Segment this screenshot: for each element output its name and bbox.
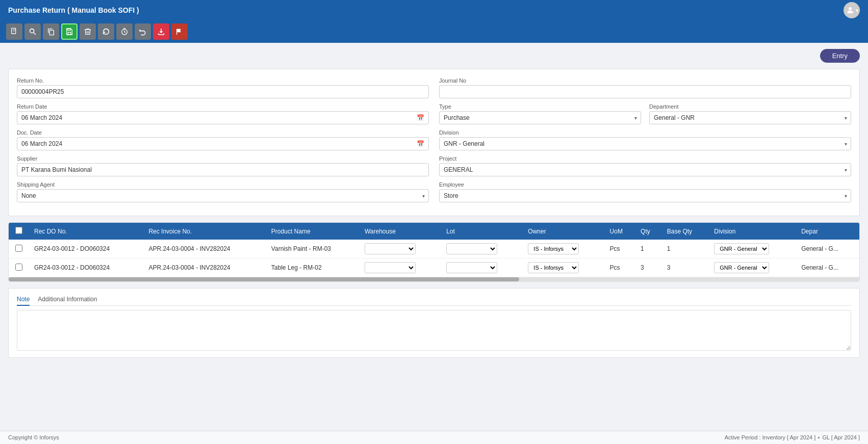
- doc-date-field[interactable]: 06 March 2024 📅: [17, 137, 429, 150]
- undo-button[interactable]: [135, 23, 151, 40]
- form-card: Return No. Return Date 06 March 2024 📅 D…: [8, 69, 860, 216]
- row1-base-qty: 1: [662, 240, 709, 258]
- row2-owner-select[interactable]: IS - Inforsys: [528, 262, 579, 273]
- row1-division[interactable]: GNR - General: [709, 240, 796, 258]
- employee-wrapper: Store: [439, 189, 851, 202]
- doc-date-value: 06 March 2024: [21, 140, 62, 147]
- row1-warehouse[interactable]: [360, 240, 441, 258]
- type-select[interactable]: Purchase: [439, 111, 641, 124]
- row1-product: Varnish Paint - RM-03: [266, 240, 360, 258]
- employee-group: Employee Store: [439, 181, 851, 202]
- export-button[interactable]: [153, 23, 169, 40]
- row2-checkbox-cell[interactable]: [9, 258, 29, 277]
- project-select[interactable]: GENERAL: [439, 163, 851, 176]
- form-left: Return No. Return Date 06 March 2024 📅 D…: [17, 77, 429, 207]
- project-label: Project: [439, 155, 851, 162]
- table-section: Rec DO No. Rec Invoice No. Product Name …: [8, 222, 860, 282]
- row1-lot-select[interactable]: [446, 243, 497, 254]
- doc-calendar-icon[interactable]: 📅: [417, 140, 424, 147]
- return-no-label: Return No.: [17, 77, 429, 84]
- main-content: Entry Return No. Return Date 06 March 20…: [0, 43, 868, 364]
- row1-qty: 1: [635, 240, 662, 258]
- division-wrapper: GNR - General: [439, 137, 851, 150]
- row2-warehouse[interactable]: [360, 258, 441, 277]
- row2-lot-select[interactable]: [446, 262, 497, 273]
- shipping-agent-select[interactable]: None: [17, 189, 429, 202]
- calendar-icon[interactable]: 📅: [417, 114, 424, 121]
- type-group: Type Purchase: [439, 103, 641, 124]
- row1-lot[interactable]: [441, 240, 523, 258]
- supplier-input[interactable]: [17, 163, 429, 176]
- row1-checkbox-cell[interactable]: [9, 240, 29, 258]
- journal-no-group: Journal No: [439, 77, 851, 98]
- notes-section: Note Additional Information: [8, 288, 860, 358]
- tab-note[interactable]: Note: [17, 294, 30, 306]
- department-wrapper: General - GNR: [649, 111, 851, 124]
- toolbar: [0, 20, 868, 43]
- save-button[interactable]: [61, 23, 78, 40]
- notes-textarea[interactable]: [17, 310, 851, 351]
- supplier-group: Supplier: [17, 155, 429, 176]
- svg-point-0: [849, 7, 852, 10]
- scrollbar-thumb[interactable]: [9, 277, 519, 281]
- row1-rec-do: GR24-03-0012 - DO060324: [29, 240, 143, 258]
- row2-division[interactable]: GNR - General: [709, 258, 796, 277]
- row2-lot[interactable]: [441, 258, 523, 277]
- division-label: Division: [439, 129, 851, 136]
- user-avatar[interactable]: ▾: [844, 2, 860, 18]
- row2-checkbox[interactable]: [15, 264, 22, 271]
- col-product: Product Name: [266, 223, 360, 240]
- horizontal-scrollbar[interactable]: [9, 277, 859, 281]
- row2-division-select[interactable]: GNR - General: [714, 262, 769, 273]
- row1-owner-select[interactable]: IS - Inforsys: [528, 243, 579, 254]
- department-group: Department General - GNR: [649, 103, 851, 124]
- entry-button-row: Entry: [8, 49, 860, 63]
- search-button[interactable]: [24, 23, 41, 40]
- row2-base-qty: 3: [662, 258, 709, 277]
- table-wrapper: Rec DO No. Rec Invoice No. Product Name …: [9, 223, 859, 277]
- svg-rect-5: [68, 32, 70, 35]
- project-wrapper: GENERAL: [439, 163, 851, 176]
- shipping-agent-group: Shipping Agent None: [17, 181, 429, 202]
- tab-additional-info[interactable]: Additional Information: [38, 294, 97, 305]
- row1-division-select[interactable]: GNR - General: [714, 243, 769, 254]
- form-right: Journal No Type Purchase Department: [439, 77, 851, 207]
- journal-no-input[interactable]: [439, 85, 851, 98]
- division-select[interactable]: GNR - General: [439, 137, 851, 150]
- return-date-field[interactable]: 06 March 2024 📅: [17, 111, 429, 124]
- col-rec-invoice: Rec Invoice No.: [143, 223, 266, 240]
- return-no-input[interactable]: [17, 85, 429, 98]
- entry-button[interactable]: Entry: [820, 49, 860, 63]
- department-label: Department: [649, 103, 851, 110]
- delete-button[interactable]: [80, 23, 96, 40]
- svg-point-2: [30, 29, 34, 33]
- row2-qty: 3: [635, 258, 662, 277]
- row2-rec-do: GR24-03-0012 - DO060324: [29, 258, 143, 277]
- row2-rec-invoice: APR.24-03-0004 - INV282024: [143, 258, 266, 277]
- flag-button[interactable]: [171, 23, 188, 40]
- select-all-checkbox[interactable]: [15, 227, 22, 234]
- return-no-group: Return No.: [17, 77, 429, 98]
- notes-tabs: Note Additional Information: [17, 294, 851, 306]
- row1-checkbox[interactable]: [15, 245, 22, 252]
- row1-owner[interactable]: IS - Inforsys: [523, 240, 604, 258]
- employee-select[interactable]: Store: [439, 189, 851, 202]
- row2-owner[interactable]: IS - Inforsys: [523, 258, 604, 277]
- type-dept-row: Type Purchase Department General - GNR: [439, 103, 851, 129]
- svg-rect-6: [68, 29, 70, 30]
- col-checkbox[interactable]: [9, 223, 29, 240]
- row2-department: General - G...: [796, 258, 859, 277]
- type-wrapper: Purchase: [439, 111, 641, 124]
- employee-label: Employee: [439, 181, 851, 188]
- row1-warehouse-select[interactable]: [365, 243, 416, 254]
- new-button[interactable]: [6, 23, 22, 40]
- copy-button[interactable]: [43, 23, 59, 40]
- row2-warehouse-select[interactable]: [365, 262, 416, 273]
- table-header: Rec DO No. Rec Invoice No. Product Name …: [9, 223, 859, 240]
- department-select[interactable]: General - GNR: [649, 111, 851, 124]
- division-group: Division GNR - General: [439, 129, 851, 150]
- timer-button[interactable]: [116, 23, 133, 40]
- return-date-label: Return Date: [17, 103, 429, 110]
- col-department: Depar: [796, 223, 859, 240]
- refresh-button[interactable]: [98, 23, 114, 40]
